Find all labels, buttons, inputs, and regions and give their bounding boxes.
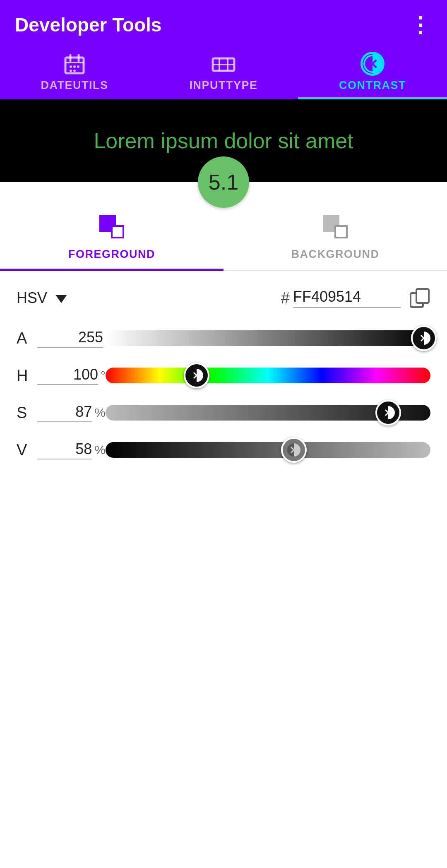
calendar-icon (63, 53, 86, 76)
hue-value-input[interactable] (37, 366, 98, 385)
tab-inputtype-label: INPUTTYPE (189, 79, 257, 92)
color-editor: HSV # A (0, 271, 447, 490)
hue-slider-row: H ° (17, 366, 430, 385)
main-tabs: DATEUTILS INPUTTYPE (0, 46, 447, 99)
sat-slider-row: S % (17, 403, 430, 422)
hex-row: HSV # (17, 287, 430, 309)
tab-dateutils-label: DATEUTILS (41, 79, 108, 92)
hue-track-wrap[interactable] (106, 368, 430, 383)
alpha-label: A (17, 329, 37, 347)
sat-label: S (17, 404, 37, 422)
contrast-icon (360, 52, 385, 76)
alpha-track-wrap[interactable] (106, 330, 430, 346)
alpha-value-input[interactable] (37, 329, 103, 348)
sat-track-wrap[interactable] (106, 405, 430, 421)
hue-track[interactable] (106, 368, 430, 383)
hue-label: H (17, 367, 37, 385)
foreground-icon (99, 215, 124, 244)
inputtype-icon (211, 53, 236, 76)
tab-background-label: BACKGROUND (291, 248, 380, 261)
hue-thumb[interactable] (184, 363, 209, 388)
alpha-thumb[interactable] (411, 325, 437, 351)
svg-point-7 (70, 70, 72, 72)
sat-value-input[interactable] (37, 403, 92, 422)
val-label: V (17, 441, 37, 459)
chevron-down-icon (55, 295, 67, 303)
tab-dateutils[interactable]: DATEUTILS (0, 46, 149, 99)
tab-foreground-underline (0, 269, 223, 271)
thumb-icon (416, 330, 432, 346)
copy-icon (409, 287, 430, 309)
alpha-slider-row: A (17, 329, 430, 348)
svg-point-4 (70, 65, 72, 68)
sat-track[interactable] (106, 405, 430, 421)
bottom-space (0, 490, 447, 863)
contrast-badge: 5.1 (198, 156, 249, 208)
hue-unit: ° (101, 368, 106, 382)
preview-text: Lorem ipsum dolor sit amet (94, 128, 353, 153)
alpha-track[interactable] (106, 330, 430, 346)
val-slider-row: V % (17, 440, 430, 459)
menu-button[interactable]: ⋮ (409, 14, 432, 36)
tab-inputtype[interactable]: INPUTTYPE (149, 46, 298, 99)
tab-foreground-label: FOREGROUND (68, 248, 155, 261)
sat-thumb[interactable] (375, 400, 401, 426)
thumb-icon (286, 442, 302, 458)
val-thumb[interactable] (281, 437, 307, 463)
tab-foreground[interactable]: FOREGROUND (0, 211, 223, 270)
svg-point-5 (73, 65, 76, 68)
tab-contrast[interactable]: CONTRAST (298, 46, 447, 99)
val-track-wrap[interactable] (106, 442, 430, 458)
hex-input[interactable] (293, 288, 401, 308)
svg-rect-17 (416, 289, 429, 303)
copy-button[interactable] (409, 287, 430, 309)
color-mode-selector[interactable]: HSV (17, 289, 67, 307)
contrast-ratio: 5.1 (198, 156, 249, 208)
app-title: Developer Tools (15, 14, 161, 36)
val-unit: % (94, 443, 106, 457)
color-mode-label: HSV (17, 289, 47, 307)
thumb-icon (189, 368, 204, 383)
tab-contrast-label: CONTRAST (339, 79, 406, 92)
thumb-icon (380, 405, 396, 421)
svg-point-6 (77, 65, 79, 68)
sat-unit: % (94, 406, 106, 420)
svg-point-8 (73, 70, 76, 72)
background-icon (323, 215, 348, 244)
preview-area: Lorem ipsum dolor sit amet 5.1 (0, 99, 447, 182)
hex-hash: # (281, 289, 290, 307)
top-bar: Developer Tools ⋮ (0, 0, 447, 46)
tab-background[interactable]: BACKGROUND (223, 211, 447, 270)
val-value-input[interactable] (37, 440, 92, 459)
val-track[interactable] (106, 442, 430, 458)
